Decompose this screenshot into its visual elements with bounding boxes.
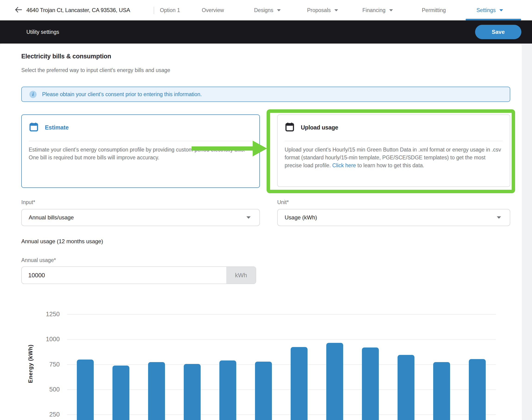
chart-bar-month-8 <box>326 343 343 420</box>
annual-usage-section-title: Annual usage (12 months usage) <box>21 238 103 245</box>
upload-card-description: Upload your client’s Hourly/15 min Green… <box>285 146 503 169</box>
nav-tab-designs[interactable]: Designs <box>254 0 281 20</box>
chart-y-tick-label: 250 <box>28 411 60 418</box>
input-select-value: Annual bills/usage <box>29 214 246 221</box>
upload-usage-option-card[interactable]: Upload usage Upload your client’s Hourly… <box>277 114 510 187</box>
calendar-icon <box>285 122 295 133</box>
chart-gridline <box>67 339 496 340</box>
chart-y-tick-label: 1250 <box>28 311 60 318</box>
chart-bar-month-10 <box>398 355 414 420</box>
top-navigation: 4640 Trojan Ct, Lancaster, CA 93536, USA… <box>0 0 532 20</box>
estimate-card-description: Estimate your client’s energy consumptio… <box>29 146 253 162</box>
page-title: Electricity bills & consumption <box>21 53 111 60</box>
option-label: Option 1 <box>160 0 180 20</box>
chevron-down-icon <box>389 9 393 11</box>
chart-gridline <box>67 314 496 315</box>
chart-bar-month-11 <box>433 362 450 420</box>
unit-select-value: Usage (kWh) <box>285 214 497 221</box>
card-divider <box>29 141 252 141</box>
sub-header-toolbar: Utility settings Save <box>0 20 532 44</box>
nav-tab-financing[interactable]: Financing <box>362 0 393 20</box>
nav-tab-settings-active[interactable]: Settings <box>476 0 503 20</box>
chart-bar-month-7 <box>291 347 308 420</box>
back-button[interactable] <box>14 6 23 15</box>
chart-gridline <box>67 364 496 365</box>
input-select[interactable]: Annual bills/usage <box>21 209 260 226</box>
calendar-icon <box>29 122 39 133</box>
consent-notice-text: Please obtain your client’s consent prio… <box>42 91 202 98</box>
nav-tab-overview[interactable]: Overview <box>202 0 224 20</box>
project-address: 4640 Trojan Ct, Lancaster, CA 93536, USA <box>26 0 130 20</box>
estimate-card-title: Estimate <box>45 124 69 131</box>
chart-bar-month-1 <box>77 360 94 420</box>
chevron-down-icon <box>497 216 501 219</box>
unit-field-label: Unit* <box>277 199 289 206</box>
consent-notice-banner: i Please obtain your client’s consent pr… <box>21 87 510 102</box>
chart-bar-month-5 <box>219 360 236 420</box>
chart-bar-month-3 <box>148 362 165 420</box>
page-subtitle: Select the preferred way to input client… <box>21 67 170 74</box>
chart-bar-month-4 <box>184 364 201 420</box>
input-field-label: Input* <box>21 199 35 206</box>
chart-bar-month-6 <box>255 362 272 420</box>
utility-settings-page: 4640 Trojan Ct, Lancaster, CA 93536, USA… <box>0 0 532 420</box>
annual-usage-input[interactable] <box>22 267 226 284</box>
chart-gridline <box>67 390 496 390</box>
upload-card-title: Upload usage <box>301 124 338 131</box>
chart-y-tick-label: 500 <box>28 386 60 393</box>
nav-tab-permitting[interactable]: Permitting <box>422 0 446 20</box>
annual-usage-label: Annual usage* <box>21 257 56 263</box>
chevron-down-icon <box>277 9 281 11</box>
chevron-down-icon <box>334 9 338 11</box>
nav-divider <box>154 7 154 14</box>
chevron-down-icon <box>499 9 503 11</box>
unit-select[interactable]: Usage (kWh) <box>277 209 510 226</box>
annual-usage-unit-suffix: kWh <box>226 267 256 284</box>
back-arrow-icon <box>14 6 23 15</box>
save-button[interactable]: Save <box>475 25 521 39</box>
estimate-option-card[interactable]: Estimate Estimate your client’s energy c… <box>21 114 260 188</box>
chart-y-tick-label: 1000 <box>28 336 60 343</box>
toolbar-title: Utility settings <box>26 20 59 44</box>
active-tab-indicator <box>466 19 521 20</box>
info-icon: i <box>29 91 37 98</box>
chart-bar-month-2 <box>112 366 129 420</box>
nav-tab-proposals[interactable]: Proposals <box>307 0 338 20</box>
click-here-link[interactable]: Click here <box>332 162 356 168</box>
chevron-down-icon <box>246 216 251 219</box>
card-divider <box>285 141 503 141</box>
annual-usage-input-group: kWh <box>21 266 256 284</box>
chart-bar-month-12 <box>469 359 486 420</box>
chart-y-tick-label: 750 <box>28 361 60 368</box>
chart-bar-month-9 <box>362 347 379 420</box>
chart-gridline <box>67 414 496 415</box>
